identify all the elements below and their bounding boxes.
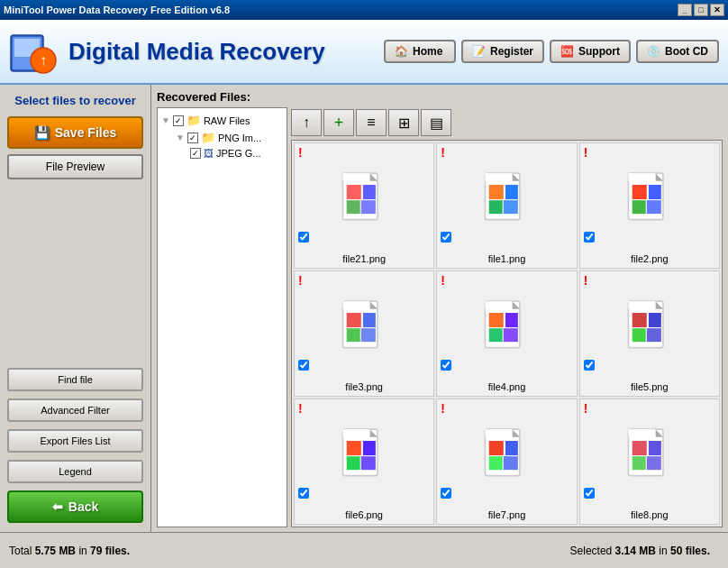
- close-button[interactable]: ✕: [710, 4, 724, 16]
- file-type-icon: [479, 427, 533, 481]
- legend-button[interactable]: Legend: [7, 460, 143, 483]
- svg-rect-16: [505, 185, 518, 199]
- svg-rect-53: [361, 456, 376, 470]
- left-panel: Select files to recover 💾 Save Files Fil…: [0, 85, 151, 532]
- tree-item-jpeg[interactable]: ✓ 🖼 JPEG G...: [161, 146, 283, 160]
- file-name: file7.png: [488, 509, 526, 520]
- svg-rect-8: [347, 185, 361, 199]
- svg-rect-50: [347, 441, 361, 455]
- file-name: file5.png: [631, 381, 669, 392]
- svg-rect-36: [489, 313, 504, 327]
- expand-icon-png: ▼: [176, 133, 185, 142]
- svg-rect-58: [505, 441, 518, 455]
- svg-rect-57: [489, 441, 504, 455]
- file-cell[interactable]: ! file2.png: [579, 142, 720, 269]
- exclaim-icon: !: [441, 273, 445, 288]
- file-checkbox[interactable]: [298, 232, 309, 243]
- svg-rect-46: [647, 328, 661, 342]
- file-cell[interactable]: ! file21.png: [294, 142, 434, 269]
- file-cell[interactable]: ! file6.png: [294, 399, 434, 525]
- back-button[interactable]: ⬅ Back: [7, 490, 143, 523]
- support-button[interactable]: 🆘 Support: [550, 40, 631, 63]
- tree-checkbox-png[interactable]: ✓: [187, 133, 198, 143]
- file-checkbox[interactable]: [441, 488, 451, 499]
- toolbar-list-button[interactable]: ≡: [356, 109, 387, 136]
- bootcd-button[interactable]: 💿 Boot CD: [636, 40, 719, 63]
- home-button[interactable]: 🏠 Home: [384, 40, 456, 63]
- toolbar-details-button[interactable]: ▤: [421, 109, 451, 136]
- file-name: file6.png: [345, 509, 383, 520]
- back-icon: ⬅: [52, 499, 63, 514]
- file-name: file21.png: [342, 253, 386, 264]
- svg-rect-23: [649, 185, 661, 199]
- minimize-button[interactable]: _: [678, 4, 692, 16]
- right-panel: Recovered Files: ▼ ✓ 📁 RAW Files ▼ ✓ 📁 P…: [151, 85, 728, 532]
- file-cell[interactable]: ! file1.png: [436, 142, 577, 269]
- tree-checkbox-jpeg[interactable]: ✓: [190, 148, 201, 159]
- tree-item-png[interactable]: ▼ ✓ 📁 PNG Im...: [161, 129, 283, 146]
- file-checkbox[interactable]: [441, 232, 451, 243]
- file-icon-area: [479, 403, 533, 506]
- svg-rect-52: [347, 456, 360, 470]
- file-checkbox[interactable]: [584, 360, 595, 371]
- file-area: ↑ + ≡ ⊞ ▤: [291, 107, 723, 527]
- save-files-button[interactable]: 💾 Save Files: [7, 116, 143, 149]
- file-cell[interactable]: ! file5.png: [579, 270, 720, 397]
- file-icon-area: [337, 403, 391, 506]
- up-icon: ↑: [303, 115, 310, 131]
- svg-rect-60: [504, 456, 518, 470]
- total-files: 79 files.: [90, 545, 130, 557]
- file-cell[interactable]: ! file7.png: [436, 399, 577, 525]
- file-cell[interactable]: ! file3.png: [294, 270, 434, 397]
- main-area: Select files to recover 💾 Save Files Fil…: [0, 85, 728, 532]
- svg-rect-32: [361, 328, 376, 342]
- toolbar-up-button[interactable]: ↑: [291, 109, 322, 136]
- add-icon: +: [334, 114, 344, 133]
- file-checkbox[interactable]: [298, 360, 309, 371]
- tree-item-raw[interactable]: ▼ ✓ 📁 RAW Files: [161, 112, 283, 129]
- toolbar-add-button[interactable]: +: [323, 109, 354, 136]
- find-file-button[interactable]: Find file: [7, 368, 143, 391]
- file-type-icon: [623, 427, 677, 481]
- tree-view[interactable]: ▼ ✓ 📁 RAW Files ▼ ✓ 📁 PNG Im... ✓ 🖼 JPEG…: [157, 107, 287, 527]
- content-area: ▼ ✓ 📁 RAW Files ▼ ✓ 📁 PNG Im... ✓ 🖼 JPEG…: [157, 107, 723, 527]
- file-icon-jpeg: 🖼: [204, 148, 214, 159]
- svg-rect-59: [489, 456, 503, 470]
- file-name: file8.png: [631, 509, 669, 520]
- svg-rect-21: [628, 173, 655, 181]
- file-type-icon: [337, 299, 391, 353]
- svg-rect-7: [343, 173, 370, 181]
- register-button[interactable]: 📝 Register: [461, 40, 544, 63]
- toolbar-grid-button[interactable]: ⊞: [388, 109, 419, 136]
- tree-label-jpeg: JPEG G...: [216, 148, 261, 159]
- svg-rect-25: [647, 200, 661, 214]
- file-checkbox[interactable]: [441, 360, 451, 371]
- file-checkbox[interactable]: [298, 488, 309, 499]
- svg-rect-24: [632, 200, 646, 214]
- svg-rect-37: [505, 313, 518, 327]
- file-toolbar: ↑ + ≡ ⊞ ▤: [291, 107, 723, 140]
- details-icon: ▤: [430, 115, 443, 132]
- status-bar: Total 5.75 MB in 79 files. Selected 3.14…: [0, 532, 728, 568]
- file-cell[interactable]: ! file4.png: [436, 270, 577, 397]
- file-checkbox[interactable]: [584, 488, 595, 499]
- file-type-icon: [337, 171, 391, 225]
- file-preview-button[interactable]: File Preview: [7, 154, 143, 179]
- file-name: file4.png: [488, 381, 526, 392]
- export-files-button[interactable]: Export Files List: [7, 429, 143, 453]
- exclaim-icon: !: [298, 273, 303, 288]
- titlebar-buttons: _ □ ✕: [678, 4, 724, 16]
- tree-checkbox-raw[interactable]: ✓: [173, 115, 184, 126]
- file-checkbox[interactable]: [584, 232, 595, 243]
- grid-icon: ⊞: [398, 115, 410, 132]
- file-cell[interactable]: ! file8.png: [579, 399, 720, 525]
- bootcd-icon: 💿: [647, 45, 660, 58]
- selected-files: 50 files.: [670, 545, 710, 557]
- folder-icon-png: 📁: [201, 131, 215, 144]
- maximize-button[interactable]: □: [694, 4, 708, 16]
- advanced-filter-button[interactable]: Advanced Filter: [7, 399, 143, 422]
- exclaim-icon: !: [298, 145, 303, 160]
- header-logo: ↑ Digital Media Recovery: [9, 26, 384, 77]
- file-grid-container[interactable]: ! file21.png !: [291, 140, 723, 527]
- logo-text: Digital Media Recovery: [68, 38, 325, 66]
